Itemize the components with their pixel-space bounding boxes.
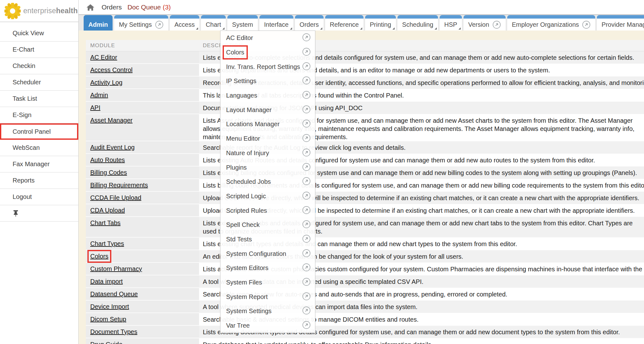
sidebar-item[interactable]: Quick View (0, 25, 78, 42)
open-in-new-icon[interactable] (302, 119, 311, 129)
open-in-new-icon[interactable] (302, 321, 311, 330)
open-in-new-icon[interactable] (302, 177, 311, 187)
tab[interactable]: Access (170, 15, 199, 31)
open-in-new-icon[interactable] (302, 134, 311, 144)
system-menu-item[interactable]: System Files (220, 275, 315, 290)
module-link[interactable]: Data import (90, 278, 123, 285)
open-in-new-icon[interactable] (302, 163, 311, 172)
open-in-new-icon[interactable] (302, 263, 311, 273)
sidebar: enterprisehealth Quick View E-Chart Chec… (0, 0, 79, 344)
system-menu-item[interactable]: Spell Check (220, 218, 315, 232)
system-menu-item[interactable]: IP Settings (220, 74, 315, 88)
open-in-new-icon[interactable] (302, 234, 311, 244)
external-link-icon[interactable] (492, 20, 501, 29)
system-menu-item[interactable]: Plugins (220, 160, 315, 175)
system-menu-item[interactable]: Scripted Logic (220, 189, 315, 204)
tab[interactable]: Orders (295, 15, 324, 31)
module-link[interactable]: Device Import (90, 303, 129, 310)
module-link[interactable]: Document Types (90, 328, 137, 336)
module-link[interactable]: Chart Types (90, 240, 124, 247)
open-in-new-icon[interactable] (302, 220, 311, 230)
open-in-new-icon[interactable] (302, 206, 311, 216)
system-menu-item[interactable]: Menu Editor (220, 132, 315, 146)
open-in-new-icon[interactable] (302, 148, 311, 158)
sidebar-item[interactable]: E-Chart (0, 42, 78, 58)
module-cell: Asset Manager (86, 114, 199, 141)
tab[interactable]: My Settings (114, 15, 168, 31)
system-menu-item[interactable]: Var Tree (220, 319, 315, 333)
tab[interactable]: Interface (259, 15, 293, 31)
module-link[interactable]: Drug Guide (90, 341, 122, 344)
sidebar-item[interactable]: Logout (0, 189, 78, 205)
system-menu-item[interactable]: AC Editor (220, 31, 315, 45)
system-menu-item[interactable]: System Report (220, 290, 315, 304)
tab[interactable]: HSP (440, 15, 462, 31)
tab[interactable]: Printing (365, 15, 396, 31)
sidebar-item[interactable]: Scheduler (0, 74, 78, 91)
system-menu-item[interactable]: Scripted Rules (220, 203, 315, 218)
module-link[interactable]: CDA Upload (90, 207, 125, 214)
tab[interactable]: System (227, 15, 258, 31)
module-link[interactable]: Custom Pharmacy (90, 265, 142, 273)
open-in-new-icon[interactable] (302, 48, 311, 57)
open-in-new-icon[interactable] (302, 249, 311, 259)
system-menu-item[interactable]: Nature of Injury (220, 146, 315, 161)
system-menu-item[interactable]: Scheduled Jobs (220, 175, 315, 189)
module-link[interactable]: Admin (90, 92, 108, 99)
system-menu-item[interactable]: Inv. Trans. Report Settings (220, 59, 315, 74)
system-menu-item[interactable]: System Editors (220, 261, 315, 275)
module-link[interactable]: Activity Log (90, 79, 122, 86)
sidebar-item[interactable]: Reports (0, 172, 78, 189)
tab[interactable]: Admin (84, 15, 113, 31)
table-row: CCDA File Upload Upload CCDA files here … (86, 192, 644, 204)
pin-icon[interactable] (13, 210, 19, 217)
module-link[interactable]: Billing Codes (90, 169, 127, 176)
module-link[interactable]: Audit Event Log (90, 144, 135, 151)
breadcrumb-doc-queue[interactable]: Doc Queue (127, 3, 161, 11)
system-menu-item[interactable]: Languages (220, 88, 315, 103)
module-link[interactable]: Auto Routes (90, 156, 125, 164)
system-menu-item[interactable]: System Configuration (220, 246, 315, 261)
open-in-new-icon[interactable] (302, 292, 311, 302)
tab[interactable]: Provider Management (597, 15, 644, 31)
tab[interactable]: Version (464, 15, 506, 31)
system-menu-item[interactable]: Std Tests (220, 232, 315, 247)
sidebar-item[interactable]: WebScan (0, 140, 78, 156)
module-cell: Colors (86, 250, 199, 263)
module-link[interactable]: AC Editor (90, 54, 117, 61)
module-link[interactable]: Asset Manager (90, 117, 133, 124)
open-in-new-icon[interactable] (302, 191, 311, 201)
tab[interactable]: Chart (201, 15, 226, 31)
module-link[interactable]: Access Control (90, 66, 133, 74)
module-link[interactable]: Billing Requirements (90, 182, 148, 189)
open-in-new-icon[interactable] (302, 76, 311, 86)
open-in-new-icon[interactable] (302, 91, 311, 100)
module-link[interactable]: Datasend Queue (90, 290, 138, 298)
open-in-new-icon[interactable] (302, 62, 311, 72)
tab[interactable]: Employer Organizations (507, 15, 595, 31)
system-menu-item[interactable]: Colors (220, 45, 315, 60)
tab[interactable]: Scheduling (397, 15, 438, 31)
open-in-new-icon[interactable] (302, 306, 311, 316)
external-link-icon[interactable] (582, 20, 591, 29)
open-in-new-icon[interactable] (302, 105, 311, 115)
sidebar-item[interactable]: Checkin (0, 58, 78, 74)
open-in-new-icon[interactable] (302, 33, 311, 43)
home-icon[interactable] (86, 3, 95, 12)
external-link-icon[interactable] (155, 20, 164, 29)
system-menu-item[interactable]: Locations Manager (220, 117, 315, 132)
tab[interactable]: Reference (325, 15, 364, 31)
module-link[interactable]: API (90, 104, 100, 111)
sidebar-item[interactable]: Task List (0, 91, 78, 107)
module-link[interactable]: Dicom Setup (90, 316, 126, 323)
module-link[interactable]: Colors (90, 253, 108, 260)
system-menu-item[interactable]: Layout Manager (220, 103, 315, 117)
breadcrumb-orders[interactable]: Orders (102, 3, 122, 11)
open-in-new-icon[interactable] (302, 278, 311, 287)
sidebar-item[interactable]: Fax Manager (0, 156, 78, 172)
module-link[interactable]: CCDA File Upload (90, 194, 141, 201)
sidebar-item[interactable]: Control Panel (0, 123, 78, 140)
system-menu-item[interactable]: System Settings (220, 304, 315, 319)
sidebar-item[interactable]: E-Sign (0, 107, 78, 123)
module-link[interactable]: Chart Tabs (90, 219, 120, 227)
